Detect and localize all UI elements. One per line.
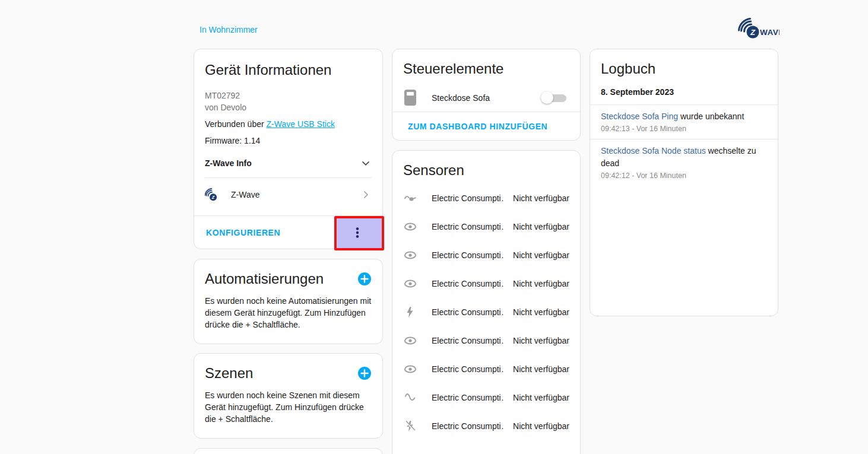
breadcrumb-area-link[interactable]: In Wohnzimmer: [199, 25, 258, 34]
connection-prefix: Verbunden über: [205, 119, 264, 129]
logbook-entry: Steckdose Sofa Ping wurde unbekannt 09:4…: [590, 104, 778, 139]
sensor-name: Electric Consumpti…: [432, 364, 503, 374]
logbook-timestamp: 09:42:13 - Vor 16 Minuten: [601, 125, 767, 133]
meter-wave-icon: [403, 191, 417, 205]
device-manufacturer: von Devolo: [205, 101, 372, 113]
logbook-entry: Steckdose Sofa Node status wechselte zu …: [590, 139, 778, 186]
scenes-empty-text: Es wurden noch keine Szenen mit diesem G…: [205, 389, 372, 425]
sensors-title: Sensoren: [403, 161, 569, 179]
add-automation-button[interactable]: [357, 272, 372, 286]
control-row-steckdose: Steckdose Sofa: [403, 86, 569, 110]
device-firmware: Firmware: 1.14: [205, 135, 372, 147]
sensor-value: Nicht verfügbar: [513, 336, 569, 345]
logbook-date-header: 8. September 2023: [601, 87, 767, 104]
expander-label: Z-Wave Info: [205, 158, 252, 168]
svg-text:Z: Z: [750, 28, 756, 37]
device-model: MT02792: [205, 90, 372, 101]
sensor-name: Electric Consumpti…: [432, 336, 503, 345]
automations-card: Automatisierungen Es wurden noch keine A…: [194, 259, 383, 344]
sensor-value: Nicht verfügbar: [513, 364, 569, 374]
sensor-value: Nicht verfügbar: [513, 250, 569, 260]
sine-wave-icon: [403, 390, 417, 405]
logbook-entity-link[interactable]: Steckdose Sofa Ping: [601, 112, 678, 121]
chevron-down-icon: [360, 157, 372, 169]
zwave-logo: Z WAVE: [738, 18, 780, 40]
zwave-info-expander[interactable]: Z-Wave Info: [205, 157, 372, 177]
logbook-card: Logbuch 8. September 2023 Steckdose Sofa…: [590, 49, 778, 316]
sensor-row[interactable]: Electric Consumpti… Nicht verfügbar: [403, 184, 569, 212]
integration-label: Z-Wave: [231, 190, 360, 199]
controls-title: Steuerelemente: [403, 60, 569, 78]
sensor-row[interactable]: Electric Consumpti… Nicht verfügbar: [403, 298, 569, 326]
plus-circle-icon: [357, 366, 372, 380]
eye-icon: [403, 248, 417, 262]
controls-card: Steuerelemente Steckdose Sofa ZUM DASHBO…: [392, 49, 581, 141]
sensor-value: Nicht verfügbar: [513, 279, 569, 288]
sensors-card: Sensoren Electric Consumpti… Nicht verfü…: [392, 150, 581, 454]
logbook-timestamp: 09:42:12 - Vor 16 Minuten: [601, 172, 767, 180]
sensor-name: Electric Consumpti…: [432, 250, 503, 260]
sensor-value: Nicht verfügbar: [513, 421, 569, 431]
eye-icon: [403, 277, 417, 291]
flash-off-icon: [403, 419, 417, 433]
scenes-title: Szenen: [205, 364, 253, 382]
sensor-name: Electric Consumpti…: [432, 421, 503, 431]
sensor-row[interactable]: Electric Consumpti… Nicht verfügbar: [403, 212, 569, 241]
plus-circle-icon: [357, 272, 372, 286]
logo-wordmark: WAVE: [760, 28, 780, 37]
sensor-name: Electric Consumpti…: [432, 307, 503, 317]
control-entity-name: Steckdose Sofa: [432, 93, 541, 103]
configure-button[interactable]: KONFIGURIEREN: [199, 223, 287, 242]
logbook-event-text: wurde unbekannt: [680, 112, 744, 121]
zwave-icon: Z: [205, 186, 219, 203]
sensor-name: Electric Consumpti…: [432, 279, 503, 288]
dots-vertical-icon: [350, 226, 365, 240]
flash-icon: [403, 305, 417, 319]
device-menu-kebab-button[interactable]: [343, 218, 372, 247]
logbook-entity-link[interactable]: Steckdose Sofa Node status: [601, 146, 706, 155]
sensor-row[interactable]: Electric Consumpti… Nicht verfügbar: [403, 241, 569, 269]
automations-title: Automatisierungen: [205, 270, 324, 288]
sensor-row[interactable]: Electric Consumpti… Nicht verfügbar: [403, 383, 569, 412]
scenes-card: Szenen Es wurden noch keine Szenen mit d…: [194, 353, 383, 439]
automations-empty-text: Es wurden noch keine Automatisierungen m…: [205, 295, 372, 331]
sensor-row[interactable]: Electric Consumpti… Nicht verfügbar: [403, 355, 569, 383]
add-scene-button[interactable]: [357, 366, 372, 380]
sensor-value: Nicht verfügbar: [513, 193, 569, 203]
connection-link[interactable]: Z-Wave USB Stick: [267, 119, 335, 129]
zwave-integration-row[interactable]: Z Z-Wave: [205, 177, 372, 211]
sensor-row[interactable]: Electric Consumpti… Nicht verfügbar: [403, 269, 569, 298]
power-plug-icon: [403, 89, 417, 107]
svg-text:Z: Z: [211, 195, 215, 200]
sensor-value: Nicht verfügbar: [513, 393, 569, 402]
sensor-name: Electric Consumpti…: [432, 193, 503, 203]
sensor-name: Electric Consumpti…: [432, 222, 503, 231]
add-to-dashboard-button[interactable]: ZUM DASHBOARD HINZUFÜGEN: [401, 117, 555, 136]
sensor-row[interactable]: Electric Consumpti… Nicht verfügbar: [403, 326, 569, 355]
toggle-knob: [541, 91, 553, 104]
device-info-card: Gerät Informationen MT02792 von Devolo V…: [194, 49, 383, 249]
next-card-stub: [194, 448, 383, 454]
sensor-name: Electric Consumpti…: [432, 393, 503, 402]
sensor-row[interactable]: Electric Consumpti… Nicht verfügbar: [403, 412, 569, 440]
eye-icon: [403, 362, 417, 376]
sensor-value: Nicht verfügbar: [513, 222, 569, 231]
power-toggle-switch[interactable]: [541, 91, 568, 105]
eye-icon: [403, 220, 417, 234]
sensor-value: Nicht verfügbar: [513, 307, 569, 317]
chevron-right-icon: [360, 189, 372, 201]
eye-icon: [403, 334, 417, 348]
logbook-title: Logbuch: [601, 60, 767, 78]
device-card-title: Gerät Informationen: [205, 61, 372, 79]
device-card-footer: KONFIGURIEREN: [194, 215, 382, 249]
